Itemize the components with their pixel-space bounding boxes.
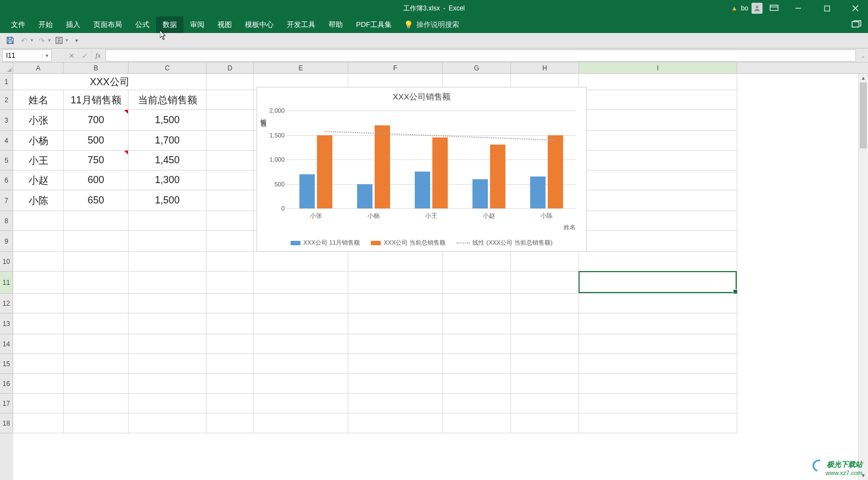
cell[interactable] bbox=[207, 131, 254, 151]
cell[interactable] bbox=[348, 334, 443, 354]
name-box-dropdown-icon[interactable]: ▼ bbox=[42, 53, 51, 58]
cell[interactable] bbox=[579, 252, 737, 272]
comment-indicator-icon[interactable] bbox=[124, 151, 128, 155]
menu-帮助[interactable]: 帮助 bbox=[322, 16, 349, 33]
cell[interactable]: 11月销售额 bbox=[64, 90, 129, 110]
fx-icon[interactable]: fx bbox=[91, 49, 104, 62]
cell[interactable] bbox=[207, 151, 254, 170]
cell[interactable] bbox=[13, 252, 64, 272]
enter-formula-icon[interactable]: ✓ bbox=[78, 49, 91, 62]
cell[interactable] bbox=[579, 272, 737, 294]
column-header-H[interactable]: H bbox=[511, 63, 579, 73]
cancel-formula-icon[interactable]: ✕ bbox=[65, 49, 78, 62]
cell[interactable] bbox=[443, 294, 511, 313]
menu-开发工具[interactable]: 开发工具 bbox=[280, 16, 322, 33]
cell[interactable] bbox=[511, 354, 579, 374]
menu-PDF工具集[interactable]: PDF工具集 bbox=[349, 16, 398, 33]
vertical-scrollbar[interactable]: ▲ ▼ bbox=[858, 74, 868, 480]
formula-input[interactable] bbox=[105, 49, 856, 62]
cell[interactable] bbox=[64, 394, 129, 413]
cell[interactable] bbox=[64, 334, 129, 354]
scrollbar-thumb[interactable] bbox=[860, 82, 867, 148]
cell[interactable] bbox=[511, 334, 579, 354]
cell[interactable] bbox=[254, 413, 348, 433]
user-avatar-icon[interactable] bbox=[752, 3, 763, 14]
scroll-up-icon[interactable]: ▲ bbox=[859, 74, 868, 82]
select-all-corner[interactable] bbox=[0, 63, 13, 73]
cell[interactable] bbox=[207, 90, 254, 110]
save-icon[interactable] bbox=[3, 34, 16, 47]
cell[interactable] bbox=[129, 394, 207, 413]
cell[interactable]: 650 bbox=[64, 190, 129, 211]
menu-数据[interactable]: 数据 bbox=[156, 16, 183, 33]
row-header-17[interactable]: 17 bbox=[0, 394, 13, 413]
cell[interactable] bbox=[579, 334, 737, 354]
cell[interactable] bbox=[579, 354, 737, 374]
cell[interactable] bbox=[579, 294, 737, 313]
embedded-chart[interactable]: XXX公司销售额 销售额 姓名 05001,0001,5002,000小张小杨小… bbox=[257, 87, 587, 252]
row-header-7[interactable]: 7 bbox=[0, 190, 13, 211]
cell[interactable] bbox=[443, 313, 511, 334]
cell[interactable] bbox=[13, 334, 64, 354]
cell[interactable] bbox=[511, 394, 579, 413]
row-header-14[interactable]: 14 bbox=[0, 334, 13, 354]
cell[interactable] bbox=[129, 272, 207, 294]
cell[interactable] bbox=[129, 313, 207, 334]
menu-公式[interactable]: 公式 bbox=[129, 16, 156, 33]
cell[interactable] bbox=[254, 313, 348, 334]
menu-模板中心[interactable]: 模板中心 bbox=[238, 16, 280, 33]
minimize-button[interactable] bbox=[786, 0, 811, 16]
cell[interactable] bbox=[64, 374, 129, 394]
cell[interactable]: 小张 bbox=[13, 110, 64, 131]
cell[interactable] bbox=[13, 211, 64, 231]
row-header-12[interactable]: 12 bbox=[0, 294, 13, 313]
cell[interactable]: 1,500 bbox=[129, 190, 207, 211]
cell[interactable] bbox=[129, 334, 207, 354]
cell[interactable]: 小杨 bbox=[13, 131, 64, 151]
cell[interactable]: 小陈 bbox=[13, 190, 64, 211]
cell[interactable]: 1,700 bbox=[129, 131, 207, 151]
cell[interactable] bbox=[13, 413, 64, 433]
cell[interactable] bbox=[129, 211, 207, 231]
cell[interactable]: 当前总销售额 bbox=[129, 90, 207, 110]
spreadsheet-grid[interactable]: ABCDEFGHI 123456789101112131415161718 XX… bbox=[0, 63, 868, 480]
column-header-C[interactable]: C bbox=[129, 63, 207, 73]
cell[interactable] bbox=[579, 170, 737, 190]
row-header-11[interactable]: 11 bbox=[0, 272, 13, 294]
cell[interactable] bbox=[64, 294, 129, 313]
cell[interactable]: 1,300 bbox=[129, 170, 207, 190]
row-header-1[interactable]: 1 bbox=[0, 74, 13, 90]
cell[interactable] bbox=[207, 394, 254, 413]
cell[interactable] bbox=[579, 151, 737, 170]
cell[interactable] bbox=[64, 313, 129, 334]
column-header-B[interactable]: B bbox=[64, 63, 129, 73]
cell[interactable] bbox=[443, 394, 511, 413]
cell[interactable] bbox=[13, 374, 64, 394]
cell[interactable] bbox=[13, 294, 64, 313]
row-header-8[interactable]: 8 bbox=[0, 211, 13, 231]
cell[interactable] bbox=[579, 190, 737, 211]
maximize-button[interactable] bbox=[814, 0, 839, 16]
cell[interactable] bbox=[207, 211, 254, 231]
cell[interactable] bbox=[64, 354, 129, 374]
cell[interactable] bbox=[348, 374, 443, 394]
cell[interactable] bbox=[348, 272, 443, 294]
cell[interactable] bbox=[511, 252, 579, 272]
menu-页面布局[interactable]: 页面布局 bbox=[87, 16, 129, 33]
cell[interactable] bbox=[579, 413, 737, 433]
cell[interactable] bbox=[254, 354, 348, 374]
cell[interactable] bbox=[207, 272, 254, 294]
cell[interactable] bbox=[207, 110, 254, 131]
cell[interactable] bbox=[254, 374, 348, 394]
cell[interactable] bbox=[348, 354, 443, 374]
cell[interactable] bbox=[348, 413, 443, 433]
cell[interactable] bbox=[207, 170, 254, 190]
cell[interactable] bbox=[443, 413, 511, 433]
cell[interactable]: 600 bbox=[64, 170, 129, 190]
row-header-6[interactable]: 6 bbox=[0, 170, 13, 190]
cell[interactable] bbox=[348, 313, 443, 334]
cell[interactable] bbox=[579, 374, 737, 394]
menu-文件[interactable]: 文件 bbox=[4, 16, 32, 33]
cell[interactable] bbox=[579, 313, 737, 334]
cell[interactable] bbox=[443, 354, 511, 374]
